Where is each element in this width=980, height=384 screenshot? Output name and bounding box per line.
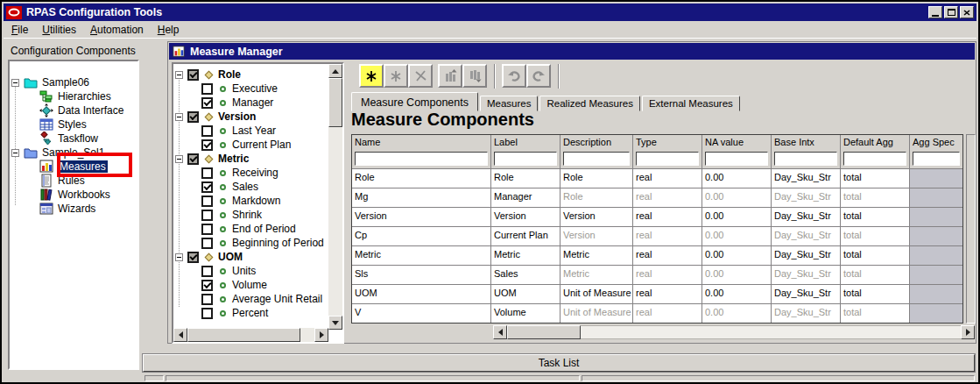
table-cell[interactable]: total [841, 304, 909, 323]
table-cell[interactable]: Day_Sku_Str [772, 169, 840, 188]
table-cell[interactable]: 0.00 [702, 169, 771, 188]
table-cell[interactable]: Day_Sku_Str [772, 227, 840, 245]
table-horizontal-scrollbar[interactable] [351, 325, 975, 339]
tree-horizontal-scrollbar[interactable] [173, 328, 328, 342]
tree-item-styles[interactable]: Styles [39, 117, 87, 132]
table-cell[interactable]: Role [561, 188, 632, 207]
bars-up-button[interactable] [438, 64, 462, 88]
table-cell[interactable]: Sls [352, 266, 490, 284]
table-cell[interactable]: 0.00 [702, 188, 771, 207]
task-list-bar[interactable]: Task List [143, 354, 975, 372]
table-cell[interactable]: Version [561, 227, 632, 245]
mm-item-last-year[interactable]: Last Year [201, 124, 276, 138]
table-cell[interactable]: Metric [561, 266, 632, 284]
scroll-down-button[interactable] [328, 316, 342, 330]
checkbox-units[interactable] [201, 266, 213, 277]
checkbox-metric[interactable] [187, 153, 199, 165]
table-cell-agg-spec[interactable] [910, 169, 962, 188]
collapse-toggle-icon[interactable] [175, 253, 183, 261]
mm-item-current-plan[interactable]: Current Plan [201, 138, 291, 152]
table-cell-agg-spec[interactable] [910, 208, 962, 226]
mm-item-receiving[interactable]: Receiving [201, 166, 278, 180]
checkbox-average-unit-retail[interactable] [201, 294, 213, 305]
table-cell[interactable]: total [841, 246, 909, 265]
table-cell[interactable]: Mg [352, 188, 490, 207]
checkbox-current-plan[interactable] [201, 139, 213, 151]
checkbox-manager[interactable] [201, 97, 213, 109]
collapse-toggle-icon[interactable] [175, 155, 183, 163]
mm-item-version[interactable]: Version [175, 110, 256, 124]
table-cell[interactable]: Day_Sku_Str [772, 266, 840, 284]
table-cell[interactable]: total [841, 285, 909, 303]
mm-item-shrink[interactable]: Shrink [201, 208, 262, 222]
table-cell-agg-spec[interactable] [910, 188, 962, 207]
filter-base-intx-input[interactable] [774, 152, 837, 166]
table-cell[interactable]: Day_Sku_Str [772, 304, 840, 323]
checkbox-markdown[interactable] [201, 196, 213, 207]
checkbox-version[interactable] [187, 111, 199, 123]
table-cell[interactable]: Version [491, 208, 560, 226]
table-cell[interactable]: 0.00 [702, 266, 771, 284]
collapse-toggle-icon[interactable] [11, 79, 19, 87]
scroll-right-button[interactable] [961, 325, 975, 339]
menu-automation[interactable]: Automation [90, 24, 144, 36]
checkbox-role[interactable] [187, 69, 199, 81]
menu-file[interactable]: File [11, 24, 28, 36]
table-cell-agg-spec[interactable] [910, 285, 962, 303]
checkbox-last-year[interactable] [201, 125, 213, 137]
scrollbar-thumb[interactable] [187, 328, 300, 342]
mm-item-sales[interactable]: Sales [201, 180, 258, 194]
table-cell-agg-spec[interactable] [910, 304, 962, 323]
table-cell[interactable]: 0.00 [702, 246, 771, 265]
table-cell-agg-spec[interactable] [910, 227, 962, 245]
undo-button[interactable] [502, 64, 526, 88]
collapse-toggle-icon[interactable] [175, 113, 183, 121]
table-cell[interactable]: Day_Sku_Str [772, 188, 840, 207]
table-cell[interactable]: total [841, 208, 909, 226]
table-cell[interactable]: Unit of Measure [561, 285, 632, 303]
table-cell[interactable]: 0.00 [702, 285, 771, 303]
minimize-button[interactable] [928, 6, 942, 18]
scroll-right-button[interactable] [314, 328, 328, 342]
table-cell[interactable]: Sales [491, 266, 560, 284]
table-cell[interactable]: V [352, 304, 490, 323]
table-cell[interactable]: total [841, 227, 909, 245]
checkbox-volume[interactable] [201, 280, 213, 291]
checkbox-shrink[interactable] [201, 210, 213, 221]
mm-item-executive[interactable]: Executive [201, 82, 278, 96]
table-cell[interactable]: Role [491, 169, 560, 188]
table-cell[interactable]: total [841, 188, 909, 207]
table-cell[interactable]: Current Plan [491, 227, 560, 245]
checkbox-executive[interactable] [201, 83, 213, 95]
filter-label-input[interactable] [494, 152, 557, 166]
filter-type-input[interactable] [636, 152, 699, 166]
mm-item-metric[interactable]: Metric [175, 152, 249, 166]
table-cell[interactable]: 0.00 [702, 304, 771, 323]
filter-description-input[interactable] [563, 152, 630, 166]
table-cell[interactable]: Role [561, 169, 632, 188]
tree-item-hierarchies[interactable]: Hierarchies [39, 89, 111, 103]
checkbox-uom[interactable] [187, 252, 199, 263]
table-cell[interactable]: real [633, 188, 702, 207]
mm-item-uom[interactable]: UOM [175, 250, 243, 264]
table-cell[interactable]: Role [352, 169, 490, 188]
table-cell[interactable]: total [841, 266, 909, 284]
table-cell[interactable]: total [841, 169, 909, 188]
filter-na-value-input[interactable] [705, 152, 768, 166]
mm-item-percent[interactable]: Percent [201, 306, 268, 320]
menu-utilities[interactable]: Utilities [42, 24, 76, 36]
scroll-up-button[interactable] [328, 64, 342, 78]
maximize-button[interactable] [944, 6, 958, 18]
tree-item-wizards[interactable]: Wizards [39, 202, 95, 216]
mm-item-volume[interactable]: Volume [201, 278, 267, 292]
table-cell-agg-spec[interactable] [910, 266, 962, 284]
new-component-button[interactable] [359, 64, 384, 88]
table-cell[interactable]: Version [561, 208, 632, 226]
tree-vertical-scrollbar[interactable] [328, 64, 342, 330]
mm-item-role[interactable]: Role [175, 68, 241, 82]
table-cell[interactable]: Day_Sku_Str [772, 208, 840, 226]
table-cell[interactable]: real [633, 304, 702, 323]
scrollbar-thumb[interactable] [328, 78, 342, 127]
close-button[interactable] [960, 6, 974, 18]
table-cell[interactable]: Metric [561, 246, 632, 265]
